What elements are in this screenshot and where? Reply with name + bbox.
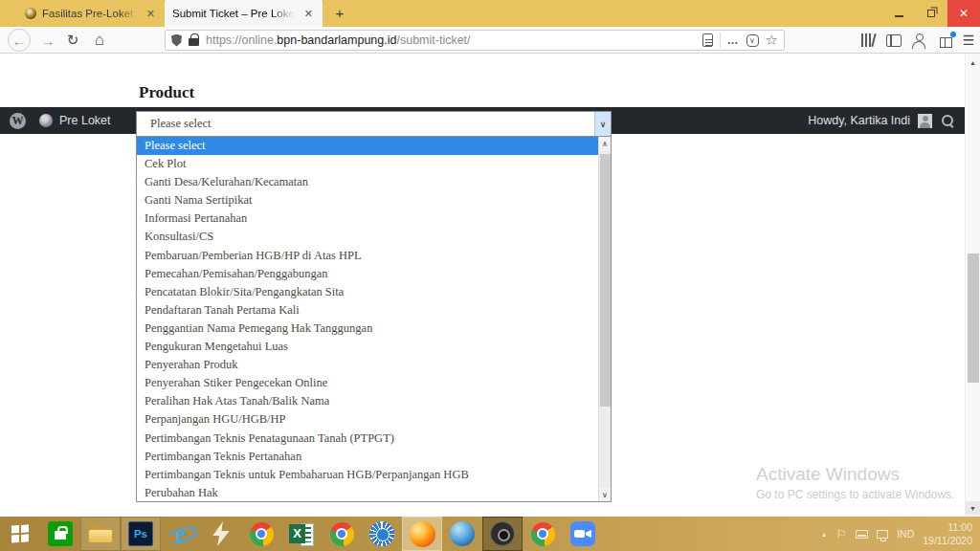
search-icon[interactable] xyxy=(940,113,955,128)
globe-icon xyxy=(450,521,475,546)
sidebar-toggle-icon[interactable] xyxy=(882,29,905,52)
lightning-bolt-icon xyxy=(210,521,233,546)
dropdown-option[interactable]: Perubahan Hak xyxy=(137,484,598,502)
site-favicon-icon xyxy=(25,8,36,19)
start-button[interactable] xyxy=(0,517,40,551)
tab-title: Fasilitas Pre-Loket - ATR/BPN K xyxy=(42,8,139,19)
chrome-icon xyxy=(531,522,555,546)
rays-app-icon xyxy=(369,521,394,546)
dropdown-option[interactable]: Penyerahan Produk xyxy=(137,356,598,374)
language-indicator[interactable]: IND xyxy=(897,528,914,540)
scrollbar-thumb[interactable] xyxy=(968,253,979,383)
action-center-flag-icon[interactable]: ⚐ xyxy=(835,528,847,540)
new-tab-button[interactable]: + xyxy=(329,4,350,23)
dropdown-option[interactable]: Pemecahan/Pemisahan/Penggabungan xyxy=(137,265,598,283)
taskbar-globe-app[interactable] xyxy=(442,517,482,551)
page-actions-icon[interactable]: … xyxy=(727,33,740,47)
tab-close-icon[interactable]: ✕ xyxy=(302,8,315,20)
bookmark-star-icon[interactable]: ☆ xyxy=(766,32,778,49)
dropdown-option[interactable]: Cek Plot xyxy=(137,155,598,173)
window-restore-button[interactable] xyxy=(915,0,947,27)
dropdown-scrollbar[interactable]: ∧ ∨ xyxy=(598,137,611,501)
taskbar-internet-explorer[interactable]: e xyxy=(161,517,201,551)
chrome-icon xyxy=(250,522,274,546)
scroll-down-icon[interactable]: ▼ xyxy=(966,501,980,515)
taskbar-zoom[interactable] xyxy=(563,517,603,551)
taskbar-excel[interactable] xyxy=(281,517,322,551)
zoom-icon xyxy=(570,521,595,546)
dropdown-option[interactable]: Pembaruan/Pemberian HGB/HP di Atas HPL xyxy=(137,247,598,265)
taskbar-winamp[interactable] xyxy=(201,517,241,551)
tab-close-icon[interactable]: ✕ xyxy=(145,8,157,20)
taskbar-rays-app[interactable] xyxy=(362,517,402,551)
touch-keyboard-icon[interactable] xyxy=(856,530,868,539)
wordpress-logo-icon[interactable]: W xyxy=(10,113,26,129)
window-close-button[interactable]: ✕ xyxy=(947,0,980,27)
lock-icon[interactable] xyxy=(189,38,199,46)
taskbar-file-explorer[interactable] xyxy=(80,517,121,551)
home-button[interactable]: ⌂ xyxy=(88,29,111,52)
forward-button[interactable]: → xyxy=(36,29,59,52)
page-title: Product xyxy=(139,83,194,102)
browser-navbar: ← → ↻ ⌂ https://online.bpn-bandarlampung… xyxy=(0,27,980,54)
admin-bar-howdy[interactable]: Howdy, Kartika Indi xyxy=(808,114,910,127)
taskbar-camera-app[interactable] xyxy=(482,517,523,551)
site-icon xyxy=(39,114,53,127)
dropdown-option[interactable]: Pertimbangan Teknis Penatagunaan Tanah (… xyxy=(137,430,598,448)
admin-bar-site-name[interactable]: Pre Loket xyxy=(59,114,111,127)
product-select[interactable]: Please select ∨ xyxy=(136,111,612,137)
dropdown-option[interactable]: Informasi Pertanahan xyxy=(137,209,598,228)
divider xyxy=(720,33,721,48)
hidden-icons-chevron-icon[interactable]: ▲ xyxy=(821,531,828,538)
tab-submit-ticket[interactable]: Submit Ticket – Pre Loket ✕ xyxy=(165,0,323,27)
dropdown-option[interactable]: Please select xyxy=(137,137,598,155)
browser-titlebar: Fasilitas Pre-Loket - ATR/BPN K ✕ Submit… xyxy=(0,0,980,27)
back-button[interactable]: ← xyxy=(8,29,31,52)
account-icon[interactable] xyxy=(907,29,930,52)
taskbar-firefox[interactable] xyxy=(402,517,442,551)
dropdown-option[interactable]: Perpanjangan HGU/HGB/HP xyxy=(137,410,598,429)
menu-hamburger-icon[interactable]: ☰ xyxy=(957,29,980,52)
chrome-icon xyxy=(330,522,354,546)
tracking-shield-icon[interactable] xyxy=(171,34,182,47)
firefox-icon xyxy=(410,521,435,547)
dropdown-option[interactable]: Peralihan Hak Atas Tanah/Balik Nama xyxy=(137,392,598,410)
taskbar-chrome[interactable] xyxy=(241,517,281,551)
scroll-down-icon[interactable]: ∨ xyxy=(599,488,611,501)
avatar[interactable] xyxy=(918,114,932,128)
tab-fasilitas-preloket[interactable]: Fasilitas Pre-Loket - ATR/BPN K ✕ xyxy=(17,0,165,27)
url-bar[interactable]: https://online.bpn-bandarlampung.id/subm… xyxy=(165,30,785,51)
dropdown-option[interactable]: Pendaftaran Tanah Pertama Kali xyxy=(137,301,598,320)
taskbar-chrome-3[interactable] xyxy=(523,517,563,551)
taskbar-windows-store[interactable] xyxy=(40,517,80,551)
dropdown-option[interactable]: Pencatatan Blokir/Sita/Pengangkatan Sita xyxy=(137,283,598,301)
taskbar-chrome-2[interactable] xyxy=(322,517,362,551)
taskbar: Ps e ▲ ⚐ IND 11:00 19/11/2020 xyxy=(0,517,980,551)
taskbar-photoshop[interactable]: Ps xyxy=(121,517,161,551)
dropdown-option[interactable]: Pengukuran Mengetahui Luas xyxy=(137,338,598,356)
dropdown-option[interactable]: Penyerahan Stiker Pengecekan Online xyxy=(137,374,598,392)
scroll-up-icon[interactable]: ∧ xyxy=(599,137,611,150)
pocket-icon[interactable]: ∨ xyxy=(746,34,759,47)
page-scrollbar[interactable]: ▲ ▼ xyxy=(965,54,980,517)
clock[interactable]: 11:00 19/11/2020 xyxy=(923,520,972,547)
dropdown-option[interactable]: Ganti Nama Sertipikat xyxy=(137,191,598,209)
scroll-up-icon[interactable]: ▲ xyxy=(966,55,980,69)
refresh-button[interactable]: ↻ xyxy=(61,29,84,52)
network-icon[interactable] xyxy=(877,530,888,539)
select-chevron-down-icon[interactable]: ∨ xyxy=(594,112,611,136)
window-minimize-button[interactable] xyxy=(882,0,915,27)
product-select-value: Please select xyxy=(137,117,594,131)
windows-logo-icon xyxy=(11,525,29,543)
dropdown-option[interactable]: Pertimbangan Teknis untuk Pembaharuan HG… xyxy=(137,466,598,484)
dropdown-option[interactable]: Konsultasi/CS xyxy=(137,228,598,246)
reader-mode-icon[interactable] xyxy=(702,33,713,47)
dropdown-option[interactable]: Pertimbangan Teknis Pertanahan xyxy=(137,448,598,466)
library-icon[interactable] xyxy=(857,29,880,52)
scrollbar-thumb[interactable] xyxy=(600,154,611,407)
url-text[interactable]: https://online.bpn-bandarlampung.id/subm… xyxy=(206,33,696,47)
dropdown-option[interactable]: Ganti Desa/Kelurahan/Kecamatan xyxy=(137,173,598,191)
whats-new-gift-icon[interactable] xyxy=(934,29,957,52)
internet-explorer-icon: e xyxy=(167,521,194,546)
dropdown-option[interactable]: Penggantian Nama Pemegang Hak Tanggungan xyxy=(137,320,598,338)
